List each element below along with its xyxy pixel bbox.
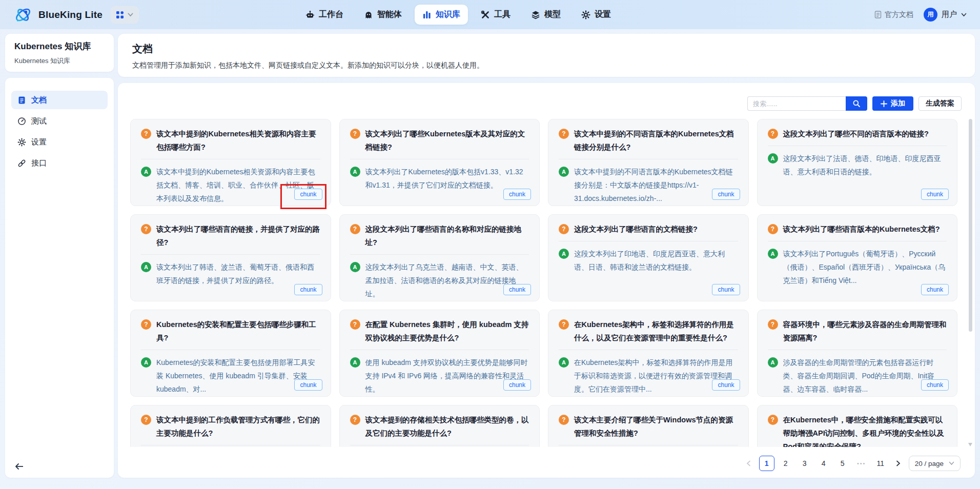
chunk-tag[interactable]: chunk <box>712 189 740 200</box>
qa-card[interactable]: ? 该文本主要介绍了哪些关于Windows节点的资源管理和安全性措施? chun… <box>548 405 749 447</box>
nav-item-models[interactable]: 模型 <box>523 5 568 25</box>
question-icon: ? <box>141 129 151 139</box>
qa-card[interactable]: ? 该文本提到的存储相关技术包括哪些类型的卷，以及它们的主要功能是什么? chu… <box>339 405 540 447</box>
add-button[interactable]: 添加 <box>872 96 913 111</box>
search-button[interactable] <box>846 96 867 111</box>
chunk-tag[interactable]: chunk <box>503 189 531 200</box>
next-page-button[interactable] <box>892 456 905 471</box>
official-docs-label: 官方文档 <box>885 10 913 19</box>
pagination-ellipsis: ••• <box>854 456 869 471</box>
chunk-tag[interactable]: chunk <box>921 379 949 391</box>
nav-item-knowledge-base[interactable]: 知识库 <box>415 5 468 25</box>
question-icon: ? <box>350 415 360 425</box>
qa-card[interactable]: ? 在Kubernetes架构中，标签和选择算符的作用是什么，以及它们在资源管理… <box>548 310 749 397</box>
user-menu[interactable]: 用 用户 <box>924 8 967 22</box>
page-button[interactable]: 1 <box>759 456 774 471</box>
sidebar-item-settings[interactable]: 设置 <box>11 133 108 151</box>
answer-text: 该文本列出了韩语、波兰语、葡萄牙语、俄语和西班牙语的链接，并提供了对应的路径。 <box>156 260 320 287</box>
page-size-select[interactable]: 20 / page <box>909 456 961 471</box>
card-divider <box>768 146 947 146</box>
page-button[interactable]: 2 <box>778 456 793 471</box>
chunk-tag[interactable]: chunk <box>712 284 740 295</box>
agent-icon <box>364 10 373 19</box>
avatar: 用 <box>924 8 937 22</box>
vertical-scrollbar <box>969 119 972 447</box>
kb-sidebar: 文档 测试 设置 接口 <box>5 78 114 478</box>
nav-item-settings[interactable]: 设置 <box>574 5 619 25</box>
sidebar-item-label: 接口 <box>31 158 47 168</box>
answer-row: A 该文本列出了Português（葡萄牙语）、Русский（俄语）、Espa… <box>768 247 947 287</box>
question-icon: ? <box>350 319 360 330</box>
qa-card[interactable]: ? 该文本列出了哪些语言的链接，并提供了对应的路径? A 该文本列出了韩语、波兰… <box>130 214 331 301</box>
previous-page-button[interactable] <box>742 456 756 471</box>
scrollbar-thumb[interactable] <box>969 119 972 332</box>
qa-card[interactable]: ? 容器环境中，哪些元素涉及容器的生命周期管理和资源隔离? A 涉及容器的生命周… <box>757 310 958 397</box>
page-description: 文档管理用于添加新知识，包括本地文件、网页链接或自定义文本。新添加的知识可以分块… <box>132 61 961 70</box>
qa-card[interactable]: ? 该文本中提到的Kubernetes相关资源和内容主要包括哪些方面? A 该文… <box>130 119 331 206</box>
card-divider <box>141 350 320 350</box>
answer-icon: A <box>559 167 569 177</box>
question-text: 这段文本列出了哪些不同的语言版本的链接? <box>783 127 929 140</box>
nav-item-workbench[interactable]: 工作台 <box>298 5 351 25</box>
sidebar-item-label: 文档 <box>31 95 47 105</box>
question-icon: ? <box>559 129 569 139</box>
answer-row: A 该文本中提到的Kubernetes相关资源和内容主要包括文档、博客、培训、职… <box>141 165 320 205</box>
qa-card[interactable]: ? 该文本中提到的不同语言版本的Kubernetes文档链接分别是什么? A 该… <box>548 119 749 206</box>
question-row: ? 这段文本列出了哪些语言的文档链接? <box>559 222 738 236</box>
nav-item-agent[interactable]: 智能体 <box>356 5 410 25</box>
sidebar-item-api[interactable]: 接口 <box>11 154 108 172</box>
chunk-tag[interactable]: chunk <box>294 189 322 200</box>
question-row: ? 该文本中提到的Kubernetes相关资源和内容主要包括哪些方面? <box>141 127 320 154</box>
answer-row: A 这段文本列出了印地语、印度尼西亚语、意大利语、日语、韩语和波兰语的文档链接。 <box>559 247 738 274</box>
gear-icon <box>581 10 590 19</box>
answer-row: A 该文本中提到的不同语言版本的Kubernetes文档链接分别是：中文版本的链… <box>559 165 738 205</box>
chunk-tag[interactable]: chunk <box>294 379 322 391</box>
blueking-logo-icon <box>13 5 33 25</box>
app-switcher-button[interactable] <box>111 6 139 24</box>
chunk-tag[interactable]: chunk <box>712 379 740 391</box>
page-button[interactable]: 11 <box>873 456 888 471</box>
card-divider <box>141 254 320 255</box>
question-icon: ? <box>141 319 151 330</box>
qa-card[interactable]: ? 这段文本列出了哪些不同的语言版本的链接? A 这段文本列出了法语、德语、印地… <box>757 119 958 206</box>
chunk-tag[interactable]: chunk <box>503 284 531 295</box>
question-text: 容器环境中，哪些元素涉及容器的生命周期管理和资源隔离? <box>783 318 947 344</box>
chevron-down-icon <box>961 13 967 17</box>
qa-card[interactable]: ? 该文本列出了哪些Kubernetes版本及其对应的文档链接? A 该文本列出… <box>339 119 540 206</box>
answer-icon: A <box>559 249 569 259</box>
chunk-tag[interactable]: chunk <box>503 379 531 391</box>
page-button[interactable]: 5 <box>835 456 850 471</box>
question-icon: ? <box>768 224 778 234</box>
generate-answers-button[interactable]: 生成答案 <box>918 96 962 111</box>
qa-card[interactable]: ? 这段文本列出了哪些语言的名称和对应的链接地址? A 这段文本列出了乌克兰语、… <box>339 214 540 301</box>
answer-icon: A <box>768 357 778 368</box>
qa-card[interactable]: ? 在Kubernetes中，哪些安全措施和配置实践可以帮助增强API访问控制、… <box>757 405 958 447</box>
official-docs-link[interactable]: 官方文档 <box>874 10 913 19</box>
page-button[interactable]: 4 <box>816 456 831 471</box>
qa-card[interactable]: ? 该文本中提到的工作负载管理方式有哪些，它们的主要功能是什么? chunk <box>130 405 331 447</box>
page-button[interactable]: 3 <box>797 456 812 471</box>
qa-card[interactable]: ? 该文本列出了哪些语言版本的Kubernetes文档? A 该文本列出了Por… <box>757 214 958 301</box>
collapse-sidebar-button[interactable] <box>14 462 25 471</box>
sidebar-item-test[interactable]: 测试 <box>11 112 108 130</box>
question-text: 在配置 Kubernetes 集群时，使用 kubeadm 支持双协议栈的主要优… <box>365 318 529 344</box>
question-text: Kubernetes的安装和配置主要包括哪些步骤和工具? <box>156 318 320 344</box>
question-text: 该文本列出了哪些Kubernetes版本及其对应的文档链接? <box>365 127 529 154</box>
chunk-tag[interactable]: chunk <box>921 189 949 200</box>
qa-card[interactable]: ? Kubernetes的安装和配置主要包括哪些步骤和工具? A Kuberne… <box>130 310 331 397</box>
answer-icon: A <box>559 357 569 368</box>
nav-item-tools[interactable]: 工具 <box>473 5 518 25</box>
document-icon <box>874 11 882 18</box>
link-icon <box>17 159 26 168</box>
nav-item-label: 工作台 <box>319 9 343 20</box>
qa-card[interactable]: ? 这段文本列出了哪些语言的文档链接? A 这段文本列出了印地语、印度尼西亚语、… <box>548 214 749 301</box>
sidebar-item-documents[interactable]: 文档 <box>11 91 108 109</box>
document-card-viewport: ? 该文本中提到的Kubernetes相关资源和内容主要包括哪些方面? A 该文… <box>130 119 957 447</box>
qa-card[interactable]: ? 在配置 Kubernetes 集群时，使用 kubeadm 支持双协议栈的主… <box>339 310 540 397</box>
question-text: 该文本中提到的不同语言版本的Kubernetes文档链接分别是什么? <box>574 127 738 154</box>
chunk-tag[interactable]: chunk <box>294 284 322 295</box>
scrollbar-down-arrow-icon[interactable] <box>968 443 972 446</box>
chunk-tag[interactable]: chunk <box>921 284 949 295</box>
question-row: ? 该文本主要介绍了哪些关于Windows节点的资源管理和安全性措施? <box>559 413 738 440</box>
search-input[interactable] <box>747 96 846 111</box>
